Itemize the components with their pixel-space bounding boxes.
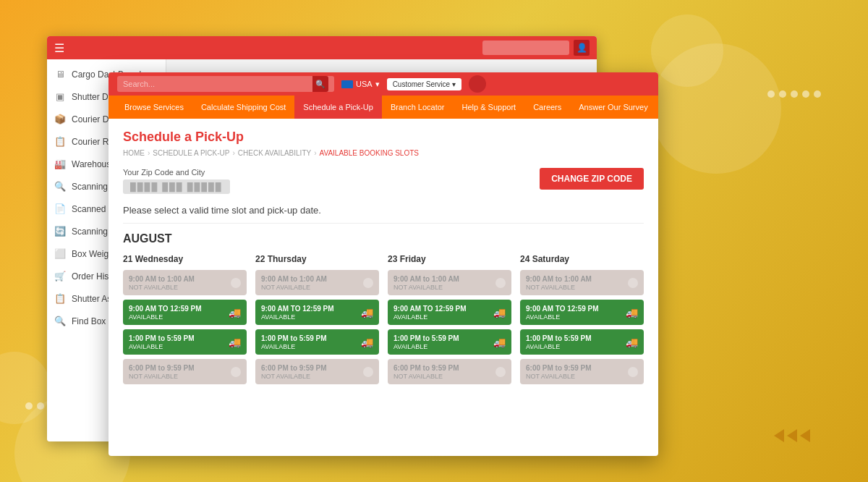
time-slot-3-0: 9:00 AM to 1:00 AMNOT AVAILABLE bbox=[520, 270, 644, 295]
truck-icon: 🚚 bbox=[361, 337, 373, 348]
search-button[interactable]: 🔍 bbox=[312, 76, 328, 92]
day-name-0: 21 Wednesday bbox=[123, 254, 247, 264]
time-slot-1-3: 6:00 PM to 9:59 PMNOT AVAILABLE bbox=[255, 359, 379, 384]
country-selector[interactable]: USA ▾ bbox=[341, 80, 380, 89]
slot-time-0-1: 9:00 AM TO 12:59 PM bbox=[129, 304, 202, 313]
truck-icon: 🚚 bbox=[626, 307, 638, 318]
nav-schedule-pickup[interactable]: Schedule a Pick-Up bbox=[294, 96, 382, 119]
day-col-3: 24 Saturday9:00 AM to 1:00 AMNOT AVAILAB… bbox=[520, 254, 644, 389]
slot-status-2-1: AVAILABLE bbox=[393, 313, 467, 321]
unavailable-circle-icon bbox=[231, 367, 241, 377]
user-avatar bbox=[469, 75, 486, 93]
slot-time-0-2: 1:00 PM to 5:59 PM bbox=[129, 334, 195, 343]
cart-icon: 🛒 bbox=[54, 271, 66, 282]
slot-time-3-2: 1:00 PM to 5:59 PM bbox=[526, 334, 592, 343]
box-icon: ⬜ bbox=[54, 248, 66, 259]
slot-time-2-0: 9:00 AM to 1:00 AM bbox=[393, 274, 459, 284]
country-label: USA bbox=[356, 80, 373, 88]
time-slot-1-0: 9:00 AM to 1:00 AMNOT AVAILABLE bbox=[255, 270, 379, 295]
topbar-search-input[interactable] bbox=[482, 41, 569, 55]
zip-code-text: ████ ███ █████ bbox=[130, 182, 223, 191]
day-name-2: 23 Friday bbox=[388, 254, 511, 264]
nav-answer-survey[interactable]: Answer Our Survey bbox=[570, 96, 656, 119]
time-slot-0-3: 6:00 PM to 9:59 PMNOT AVAILABLE bbox=[123, 359, 247, 384]
topbar: ☰ 👤 bbox=[47, 36, 597, 59]
arrows-decoration bbox=[774, 429, 810, 442]
hamburger-icon[interactable]: ☰ bbox=[54, 41, 64, 55]
time-slot-2-0: 9:00 AM to 1:00 AMNOT AVAILABLE bbox=[388, 270, 511, 295]
unavailable-circle-icon bbox=[363, 367, 373, 377]
bc-sep-1: › bbox=[148, 149, 150, 157]
truck-icon: 🚚 bbox=[493, 337, 506, 348]
unavailable-circle-icon bbox=[628, 367, 638, 377]
user-icon: 👤 bbox=[574, 40, 590, 56]
truck-icon: 🚚 bbox=[493, 307, 506, 318]
slot-status-2-2: AVAILABLE bbox=[393, 343, 459, 350]
slot-status-1-0: NOT AVAILABLE bbox=[261, 284, 327, 291]
orange-nav: Browse Services Calculate Shipping Cost … bbox=[109, 96, 658, 119]
slot-time-2-3: 6:00 PM to 9:59 PM bbox=[393, 363, 459, 373]
scan-icon: 🔍 bbox=[54, 181, 66, 192]
day-col-1: 22 Thursday9:00 AM to 1:00 AMNOT AVAILAB… bbox=[255, 254, 379, 389]
courier-icon: 📦 bbox=[54, 114, 66, 124]
change-zip-button[interactable]: CHANGE ZIP CODE bbox=[540, 168, 644, 190]
nav-calculate-shipping[interactable]: Calculate Shipping Cost bbox=[192, 96, 294, 119]
time-slot-1-1[interactable]: 9:00 AM TO 12:59 PMAVAILABLE🚚 bbox=[255, 300, 379, 325]
time-slot-2-2[interactable]: 1:00 PM to 5:59 PMAVAILABLE🚚 bbox=[388, 329, 511, 355]
bc-check[interactable]: CHECK AVAILABILITY bbox=[238, 149, 311, 157]
unavailable-circle-icon bbox=[363, 278, 373, 288]
unavailable-circle-icon bbox=[628, 278, 638, 288]
slot-status-2-3: NOT AVAILABLE bbox=[393, 373, 459, 380]
monitor-icon: 🖥 bbox=[54, 69, 66, 80]
nav-branch-locator[interactable]: Branch Locator bbox=[382, 96, 454, 119]
nav-help-support[interactable]: Help & Support bbox=[454, 96, 525, 119]
day-col-0: 21 Wednesday9:00 AM to 1:00 AMNOT AVAILA… bbox=[123, 254, 247, 389]
search-bar[interactable]: Search... 🔍 bbox=[117, 76, 334, 92]
slot-time-3-1: 9:00 AM TO 12:59 PM bbox=[526, 304, 599, 313]
slot-status-1-3: NOT AVAILABLE bbox=[261, 373, 327, 380]
truck-icon: 🚚 bbox=[361, 307, 373, 318]
bc-available[interactable]: AVAILABLE BOOKING SLOTS bbox=[320, 149, 419, 157]
zip-value: ████ ███ █████ bbox=[123, 179, 230, 194]
slot-time-3-3: 6:00 PM to 9:59 PM bbox=[526, 363, 592, 373]
time-slot-1-2[interactable]: 1:00 PM to 5:59 PMAVAILABLE🚚 bbox=[255, 329, 379, 355]
slot-status-3-0: NOT AVAILABLE bbox=[526, 284, 592, 291]
report-icon: 📋 bbox=[54, 136, 66, 147]
day-name-1: 22 Thursday bbox=[255, 254, 379, 264]
schedule-pickup-window: Search... 🔍 USA ▾ Customer Service ▾ Bro… bbox=[109, 72, 658, 456]
slot-status-0-2: AVAILABLE bbox=[129, 343, 195, 350]
time-slot-0-2[interactable]: 1:00 PM to 5:59 PMAVAILABLE🚚 bbox=[123, 329, 247, 355]
flag-icon bbox=[341, 80, 353, 88]
time-slot-0-1[interactable]: 9:00 AM TO 12:59 PMAVAILABLE🚚 bbox=[123, 300, 247, 325]
time-slot-3-1[interactable]: 9:00 AM TO 12:59 PMAVAILABLE🚚 bbox=[520, 300, 644, 325]
doc-icon: 📄 bbox=[54, 203, 66, 214]
unavailable-circle-icon bbox=[231, 278, 241, 288]
slot-status-0-0: NOT AVAILABLE bbox=[129, 284, 195, 291]
time-slot-3-2[interactable]: 1:00 PM to 5:59 PMAVAILABLE🚚 bbox=[520, 329, 644, 355]
slot-status-1-1: AVAILABLE bbox=[261, 313, 334, 321]
dots-top-right bbox=[767, 90, 821, 98]
nav-careers[interactable]: Careers bbox=[524, 96, 570, 119]
time-slot-3-3: 6:00 PM to 9:59 PMNOT AVAILABLE bbox=[520, 359, 644, 384]
nav-browse-services[interactable]: Browse Services bbox=[116, 96, 192, 119]
time-slot-0-0: 9:00 AM to 1:00 AMNOT AVAILABLE bbox=[123, 270, 247, 295]
select-message: Please select a valid time slot and pick… bbox=[123, 205, 644, 224]
bc-sep-2: › bbox=[233, 149, 235, 157]
bc-sep-3: › bbox=[314, 149, 316, 157]
time-slot-2-1[interactable]: 9:00 AM TO 12:59 PMAVAILABLE🚚 bbox=[388, 300, 511, 325]
shutter-icon: ▣ bbox=[54, 91, 66, 102]
slot-status-0-3: NOT AVAILABLE bbox=[129, 373, 195, 380]
slot-time-1-2: 1:00 PM to 5:59 PM bbox=[261, 334, 327, 343]
slot-time-3-0: 9:00 AM to 1:00 AM bbox=[526, 274, 592, 284]
country-arrow-icon: ▾ bbox=[375, 80, 380, 89]
front-content: Schedule a Pick-Up HOME › SCHEDULE A PIC… bbox=[109, 119, 658, 456]
breadcrumb: HOME › SCHEDULE A PICK-UP › CHECK AVAILA… bbox=[123, 149, 644, 157]
truck-icon: 🚚 bbox=[229, 337, 241, 348]
search-placeholder-text: Search... bbox=[123, 80, 312, 88]
bc-home[interactable]: HOME bbox=[123, 149, 145, 157]
days-grid: 21 Wednesday9:00 AM to 1:00 AMNOT AVAILA… bbox=[123, 254, 644, 389]
time-slot-2-3: 6:00 PM to 9:59 PMNOT AVAILABLE bbox=[388, 359, 511, 384]
customer-service-button[interactable]: Customer Service ▾ bbox=[387, 78, 461, 90]
bc-schedule[interactable]: SCHEDULE A PICK-UP bbox=[153, 149, 229, 157]
unavailable-circle-icon bbox=[495, 367, 506, 377]
